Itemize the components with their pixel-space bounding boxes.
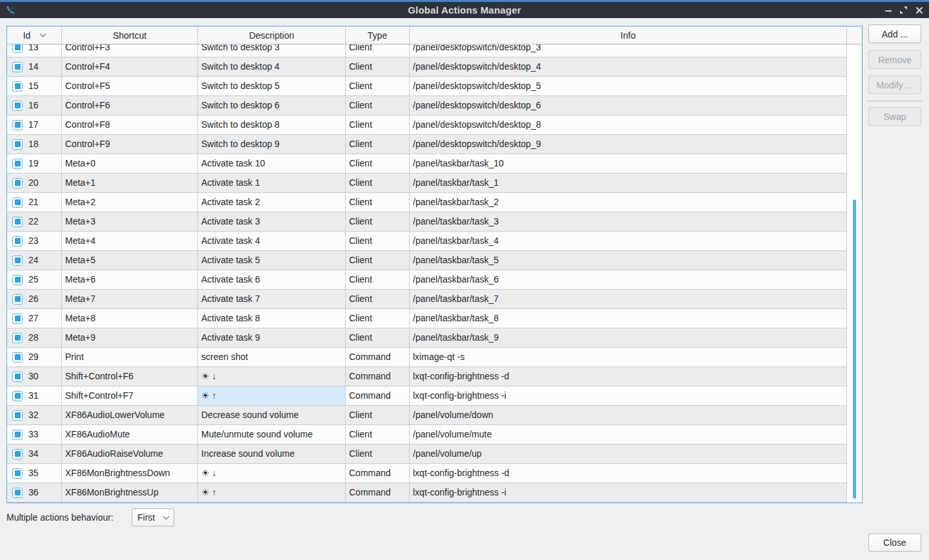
behaviour-dropdown[interactable]: First bbox=[132, 508, 174, 526]
row-enabled-checkbox[interactable] bbox=[12, 197, 23, 208]
add-button[interactable]: Add ... bbox=[868, 25, 921, 43]
scrollbar-thumb[interactable] bbox=[853, 199, 856, 499]
cell-shortcut[interactable]: Meta+8 bbox=[62, 309, 198, 328]
cell-info[interactable]: /panel/taskbar/task_10 bbox=[410, 154, 847, 173]
cell-type[interactable]: Client bbox=[346, 406, 410, 425]
cell-description[interactable]: Decrease sound volume bbox=[198, 406, 346, 425]
cell-description[interactable]: Activate task 6 bbox=[198, 270, 346, 289]
table-row[interactable]: 16 Control+F6 Switch to desktop 6 Client… bbox=[7, 96, 847, 115]
cell-info[interactable]: /panel/desktopswitch/desktop_8 bbox=[410, 115, 847, 134]
close-window-button[interactable] bbox=[914, 5, 924, 15]
minimize-button[interactable] bbox=[883, 5, 893, 15]
table-row[interactable]: 36 XF86MonBrightnessUp ☀ ↑ Command lxqt-… bbox=[7, 483, 847, 503]
cell-info[interactable]: lxqt-config-brightness -i bbox=[410, 483, 847, 502]
cell-info[interactable]: /panel/taskbar/task_6 bbox=[410, 270, 847, 289]
cell-type[interactable]: Client bbox=[346, 135, 410, 154]
row-enabled-checkbox[interactable] bbox=[12, 81, 23, 92]
row-enabled-checkbox[interactable] bbox=[12, 430, 23, 440]
cell-info[interactable]: /panel/volume/mute bbox=[410, 425, 847, 444]
cell-type[interactable]: Client bbox=[346, 445, 410, 463]
cell-info[interactable]: /panel/taskbar/task_7 bbox=[410, 290, 847, 308]
cell-type[interactable]: Client bbox=[346, 45, 410, 57]
cell-description[interactable]: Switch to desktop 8 bbox=[198, 115, 346, 134]
cell-description[interactable]: screen shot bbox=[198, 348, 346, 366]
cell-info[interactable]: lximage-qt -s bbox=[410, 348, 847, 366]
table-row[interactable]: 18 Control+F9 Switch to desktop 9 Client… bbox=[7, 135, 847, 154]
cell-description[interactable]: Activate task 10 bbox=[198, 154, 346, 173]
cell-info[interactable]: /panel/taskbar/task_9 bbox=[410, 328, 847, 347]
cell-info[interactable]: lxqt-config-brightness -i bbox=[410, 386, 847, 405]
cell-description[interactable]: Activate task 3 bbox=[198, 212, 346, 231]
table-row[interactable]: 15 Control+F5 Switch to desktop 5 Client… bbox=[7, 77, 847, 96]
cell-shortcut[interactable]: XF86AudioMute bbox=[62, 425, 198, 444]
cell-shortcut[interactable]: Control+F8 bbox=[62, 115, 198, 134]
cell-description[interactable]: Switch to desktop 9 bbox=[198, 135, 346, 154]
vertical-scrollbar[interactable] bbox=[847, 45, 862, 503]
table-row[interactable]: 21 Meta+2 Activate task 2 Client /panel/… bbox=[7, 193, 847, 212]
titlebar[interactable]: Global Actions Manager bbox=[0, 0, 929, 18]
cell-shortcut[interactable]: Meta+2 bbox=[62, 193, 198, 212]
cell-description[interactable]: Activate task 1 bbox=[198, 174, 346, 192]
swap-button[interactable]: Swap bbox=[868, 107, 921, 126]
cell-info[interactable]: /panel/taskbar/task_4 bbox=[410, 232, 847, 250]
cell-type[interactable]: Client bbox=[346, 232, 410, 250]
cell-info[interactable]: /panel/taskbar/task_1 bbox=[410, 174, 847, 192]
cell-type[interactable]: Client bbox=[346, 154, 410, 173]
cell-shortcut[interactable]: Control+F6 bbox=[62, 96, 198, 115]
row-enabled-checkbox[interactable] bbox=[12, 236, 23, 246]
row-enabled-checkbox[interactable] bbox=[12, 45, 23, 53]
cell-type[interactable]: Command bbox=[346, 367, 410, 386]
cell-description[interactable]: Activate task 5 bbox=[198, 251, 346, 270]
cell-shortcut[interactable]: Shift+Control+F6 bbox=[62, 367, 198, 386]
row-enabled-checkbox[interactable] bbox=[12, 294, 23, 305]
row-enabled-checkbox[interactable] bbox=[12, 62, 23, 72]
row-enabled-checkbox[interactable] bbox=[12, 101, 23, 111]
cell-description[interactable]: Switch to desktop 5 bbox=[198, 77, 346, 95]
cell-description[interactable]: ☀ ↓ bbox=[198, 367, 346, 386]
cell-type[interactable]: Client bbox=[346, 96, 410, 115]
cell-shortcut[interactable]: Control+F9 bbox=[62, 135, 198, 154]
cell-info[interactable]: /panel/desktopswitch/desktop_3 bbox=[410, 45, 847, 57]
cell-type[interactable]: Command bbox=[346, 348, 410, 366]
column-header-info[interactable]: Info bbox=[410, 26, 847, 44]
cell-shortcut[interactable]: Shift+Control+F7 bbox=[62, 386, 198, 405]
modify-button[interactable]: Modify ... bbox=[868, 75, 921, 94]
cell-description[interactable]: Activate task 4 bbox=[198, 232, 346, 250]
row-enabled-checkbox[interactable] bbox=[12, 178, 23, 188]
row-enabled-checkbox[interactable] bbox=[12, 468, 23, 479]
cell-shortcut[interactable]: Meta+3 bbox=[62, 212, 198, 231]
remove-button[interactable]: Remove bbox=[868, 50, 921, 69]
table-row[interactable]: 29 Print screen shot Command lximage-qt … bbox=[7, 348, 847, 367]
cell-shortcut[interactable]: Print bbox=[62, 348, 198, 366]
row-enabled-checkbox[interactable] bbox=[12, 391, 23, 401]
cell-info[interactable]: /panel/taskbar/task_5 bbox=[410, 251, 847, 270]
row-enabled-checkbox[interactable] bbox=[12, 449, 23, 459]
cell-type[interactable]: Client bbox=[346, 270, 410, 289]
cell-description[interactable]: ☀ ↓ bbox=[198, 464, 346, 483]
row-enabled-checkbox[interactable] bbox=[12, 139, 23, 150]
row-enabled-checkbox[interactable] bbox=[12, 314, 23, 324]
cell-shortcut[interactable]: Meta+4 bbox=[62, 232, 198, 250]
table-row[interactable]: 28 Meta+9 Activate task 9 Client /panel/… bbox=[7, 328, 847, 348]
cell-description[interactable]: Activate task 9 bbox=[198, 328, 346, 347]
cell-shortcut[interactable]: Meta+5 bbox=[62, 251, 198, 270]
column-header-id[interactable]: Id bbox=[7, 26, 62, 44]
cell-type[interactable]: Client bbox=[346, 328, 410, 347]
cell-type[interactable]: Client bbox=[346, 212, 410, 231]
cell-description[interactable]: Activate task 8 bbox=[198, 309, 346, 328]
cell-shortcut[interactable]: XF86AudioRaiseVolume bbox=[62, 445, 198, 463]
cell-info[interactable]: /panel/taskbar/task_8 bbox=[410, 309, 847, 328]
column-header-shortcut[interactable]: Shortcut bbox=[62, 26, 198, 44]
table-row[interactable]: 34 XF86AudioRaiseVolume Increase sound v… bbox=[7, 445, 847, 464]
row-enabled-checkbox[interactable] bbox=[12, 120, 23, 130]
cell-description[interactable]: Increase sound volume bbox=[198, 445, 346, 463]
column-header-description[interactable]: Description bbox=[198, 26, 346, 44]
cell-shortcut[interactable]: Control+F3 bbox=[62, 45, 198, 57]
cell-info[interactable]: /panel/desktopswitch/desktop_6 bbox=[410, 96, 847, 115]
cell-shortcut[interactable]: Meta+7 bbox=[62, 290, 198, 308]
cell-type[interactable]: Client bbox=[346, 115, 410, 134]
cell-info[interactable]: /panel/taskbar/task_3 bbox=[410, 212, 847, 231]
row-enabled-checkbox[interactable] bbox=[12, 333, 23, 343]
cell-info[interactable]: lxqt-config-brightness -d bbox=[410, 464, 847, 483]
cell-description[interactable]: Switch to desktop 4 bbox=[198, 57, 346, 76]
